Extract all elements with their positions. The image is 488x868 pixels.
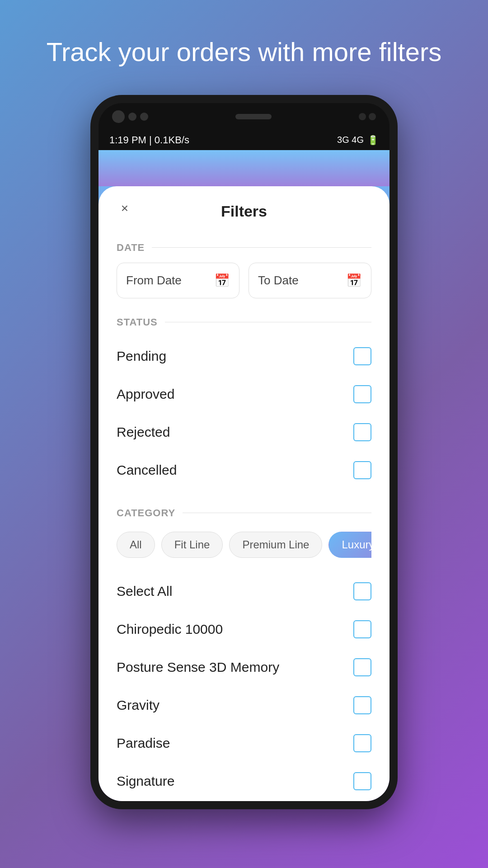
category-checkbox[interactable] [353, 620, 371, 638]
camera-lens-3 [140, 113, 148, 121]
rear-cameras [112, 110, 148, 123]
front-camera [359, 113, 376, 120]
phone-screen: × Filters DATE From Date 📅 To Date 📅 [99, 150, 389, 801]
category-pill-luxury-line[interactable]: Luxury Line [328, 532, 371, 558]
category-item-gravity[interactable]: Gravity [117, 686, 371, 724]
category-item-label: Chiropedic 10000 [117, 622, 223, 637]
to-date-picker[interactable]: To Date 📅 [249, 263, 371, 298]
status-item-cancelled[interactable]: Cancelled [117, 451, 371, 489]
category-checkbox[interactable] [353, 582, 371, 600]
status-checkbox[interactable] [353, 347, 371, 365]
category-checkbox[interactable] [353, 696, 371, 714]
category-pill-all[interactable]: All [117, 532, 155, 558]
status-item-pending[interactable]: Pending [117, 337, 371, 375]
category-item-label: Posture Sense 3D Memory [117, 660, 279, 675]
status-items-list: Pending Approved Rejected Cancelled [117, 337, 371, 489]
app-top-gradient [99, 150, 389, 186]
close-button[interactable]: × [115, 198, 135, 218]
status-item-rejected[interactable]: Rejected [117, 413, 371, 451]
category-item-paradise[interactable]: Paradise [117, 724, 371, 762]
status-time: 1:19 PM | 0.1KB/s [109, 134, 189, 146]
category-items-list: Select All Chiropedic 10000 Posture Sens… [99, 572, 389, 801]
date-section-line [152, 247, 371, 248]
status-checkbox[interactable] [353, 461, 371, 479]
status-item-label: Rejected [117, 425, 170, 440]
category-pill-fit-line[interactable]: Fit Line [161, 532, 223, 558]
camera-lens-2 [128, 113, 136, 121]
from-date-calendar-icon: 📅 [214, 273, 230, 288]
category-section: CATEGORY AllFit LinePremium LineLuxury L… [99, 496, 389, 572]
category-section-label: CATEGORY [117, 507, 175, 519]
to-date-label: To Date [258, 274, 299, 288]
modal-title: Filters [221, 203, 267, 220]
category-item-select-all[interactable]: Select All [117, 572, 371, 610]
category-pills: AllFit LinePremium LineLuxury LineG [117, 528, 371, 565]
status-section-label: STATUS [117, 316, 158, 328]
from-date-label: From Date [126, 274, 182, 288]
battery-indicator: 🔋 [367, 135, 379, 146]
status-section-line [165, 322, 371, 322]
phone-frame: 1:19 PM | 0.1KB/s 3G 4G 🔋 × Filters DATE [90, 95, 398, 809]
category-section-header: CATEGORY [117, 507, 371, 519]
modal-sheet[interactable]: × Filters DATE From Date 📅 To Date 📅 [99, 186, 389, 801]
status-right: 3G 4G 🔋 [337, 135, 379, 146]
phone-top-bar [99, 103, 389, 130]
status-checkbox[interactable] [353, 385, 371, 403]
sensor-dot [369, 113, 376, 120]
category-item-label: Signature [117, 774, 174, 789]
category-item-signature[interactable]: Signature [117, 762, 371, 800]
front-camera-dot [359, 113, 366, 120]
status-item-approved[interactable]: Approved [117, 375, 371, 413]
category-checkbox[interactable] [353, 734, 371, 752]
category-item-label: Gravity [117, 698, 160, 713]
network-indicator: 3G 4G [337, 135, 364, 145]
page-title: Track your orders with more filters [19, 36, 469, 68]
category-item-label: Paradise [117, 736, 170, 751]
date-section: DATE From Date 📅 To Date 📅 [99, 231, 389, 306]
status-item-label: Approved [117, 387, 174, 402]
speaker [235, 114, 272, 119]
date-row: From Date 📅 To Date 📅 [117, 263, 371, 298]
status-section-header: STATUS [117, 316, 371, 328]
category-item-posture-sense-3d-memory[interactable]: Posture Sense 3D Memory [117, 648, 371, 686]
modal-header: × Filters [99, 186, 389, 231]
category-checkbox[interactable] [353, 658, 371, 676]
camera-lens-1 [112, 110, 125, 123]
category-pill-premium-line[interactable]: Premium Line [229, 532, 322, 558]
status-item-label: Pending [117, 349, 166, 364]
status-checkbox[interactable] [353, 423, 371, 441]
category-checkbox[interactable] [353, 772, 371, 790]
from-date-picker[interactable]: From Date 📅 [117, 263, 239, 298]
status-section: STATUS Pending Approved Rejected Cancell… [99, 306, 389, 496]
category-item-chiropedic-10000[interactable]: Chiropedic 10000 [117, 610, 371, 648]
status-item-label: Cancelled [117, 462, 177, 478]
status-bar: 1:19 PM | 0.1KB/s 3G 4G 🔋 [99, 130, 389, 150]
to-date-calendar-icon: 📅 [346, 273, 362, 288]
date-section-label: DATE [117, 242, 145, 254]
date-section-header: DATE [117, 242, 371, 254]
category-section-line [183, 513, 371, 513]
category-item-label: Select All [117, 584, 172, 599]
